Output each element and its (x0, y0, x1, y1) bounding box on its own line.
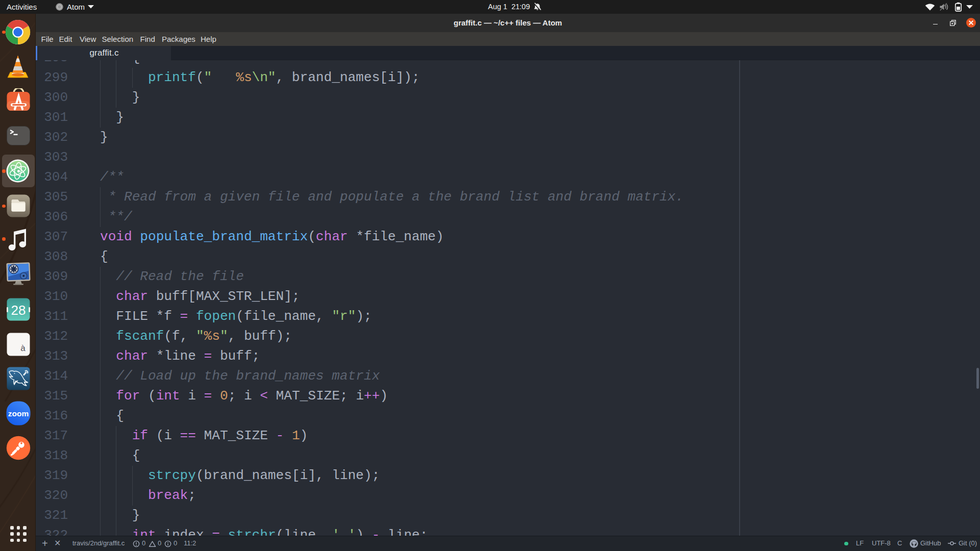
svg-text:zoom: zoom (8, 409, 29, 418)
svg-text:28: 28 (11, 302, 26, 317)
svg-text:à: à (20, 343, 26, 353)
